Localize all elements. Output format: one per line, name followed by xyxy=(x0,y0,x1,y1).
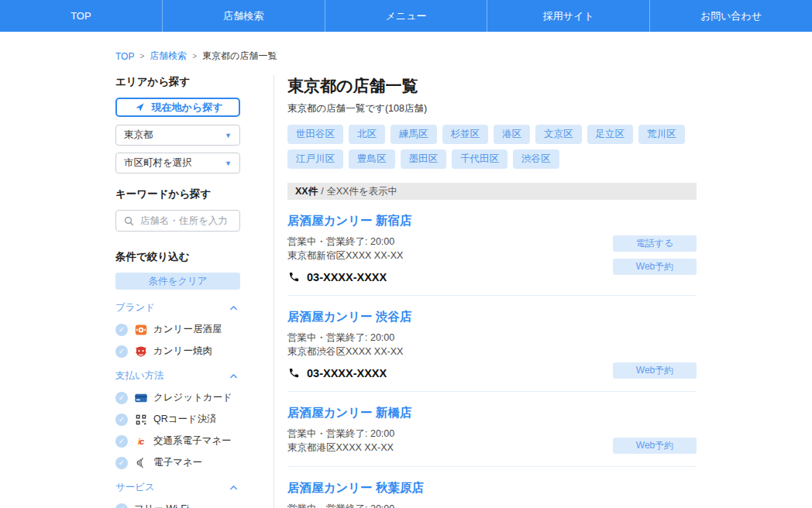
nav-item-menu[interactable]: メニュー xyxy=(325,0,488,32)
yakiniku-brand-icon xyxy=(134,345,147,358)
ward-tag-list: 世田谷区 北区 練馬区 杉並区 港区 文京区 足立区 荒川区 江戸川区 豊島区 … xyxy=(287,125,697,169)
ward-tag[interactable]: 文京区 xyxy=(535,125,582,144)
ward-tag[interactable]: 荒川区 xyxy=(638,125,685,144)
ward-tag[interactable]: 千代田区 xyxy=(452,149,508,169)
store-address: 東京都渋谷区XXXX XX-XX xyxy=(287,345,604,359)
filter-group-label: 支払い方法 xyxy=(115,369,164,383)
breadcrumb-top-link[interactable]: TOP xyxy=(115,51,134,62)
store-actions: 電話する Web予約 xyxy=(613,235,697,283)
keyword-search-input[interactable] xyxy=(140,215,233,226)
breadcrumb-separator: > xyxy=(139,52,144,60)
breadcrumb-current-page: 東京都の店舗一覧 xyxy=(202,50,277,63)
keyword-section-title: キーワードから探す xyxy=(115,187,240,201)
clear-filters-button[interactable]: 条件をクリア xyxy=(115,273,240,290)
nav-item-store-search[interactable]: 店舗検索 xyxy=(163,0,325,32)
search-icon xyxy=(122,215,136,228)
filter-option-label: クレジットカード xyxy=(153,391,232,404)
phone-icon xyxy=(287,366,301,379)
checkbox-checked[interactable]: ✓ xyxy=(115,503,128,508)
qr-code-icon xyxy=(134,413,147,426)
web-reserve-button[interactable]: Web予約 xyxy=(613,362,697,379)
filter-option-izakaya[interactable]: ✓ カンリー居酒屋 xyxy=(115,323,240,336)
checkbox-checked[interactable]: ✓ xyxy=(115,435,128,448)
chevron-up-icon xyxy=(227,301,240,314)
phone-icon xyxy=(287,270,301,283)
store-hours: 営業中・営業終了: 20:00 xyxy=(287,503,697,508)
store-address: 東京都新宿区XXXX XX-XX xyxy=(287,249,604,263)
filter-option-label: カンリー焼肉 xyxy=(153,345,212,358)
call-button[interactable]: 電話する xyxy=(613,235,697,252)
filter-group-services[interactable]: サービス xyxy=(115,481,240,494)
ward-tag[interactable]: 渋谷区 xyxy=(513,149,559,169)
ward-tag[interactable]: 港区 xyxy=(494,125,530,144)
ward-tag[interactable]: 杉並区 xyxy=(442,125,489,144)
page-title: 東京都の店舗一覧 xyxy=(287,75,697,97)
filter-option-free-wifi[interactable]: ✓ フリー Wi-Fi xyxy=(115,503,240,508)
filter-option-label: カンリー居酒屋 xyxy=(153,323,222,336)
result-count-total: / 全XX件を表示中 xyxy=(321,185,397,198)
store-phone: 03-XXXX-XXXX xyxy=(287,366,604,379)
breadcrumb-separator: > xyxy=(192,52,197,60)
store-hours: 営業中・営業終了: 20:00 xyxy=(287,235,604,249)
nav-item-recruit[interactable]: 採用サイト xyxy=(487,0,650,32)
store-hours: 営業中・営業終了: 20:00 xyxy=(287,331,604,345)
web-reserve-button[interactable]: Web予約 xyxy=(613,438,697,454)
transit-ic-icon: ic xyxy=(134,434,147,448)
ward-tag[interactable]: 江戸川区 xyxy=(287,149,343,169)
breadcrumb-store-search-link[interactable]: 店舗検索 xyxy=(150,50,187,63)
store-name-link[interactable]: 居酒屋カンリー 新宿店 xyxy=(287,213,411,229)
locate-me-button[interactable]: 現在地から探す xyxy=(115,98,240,117)
breadcrumb: TOP > 店舗検索 > 東京都の店舗一覧 xyxy=(115,50,697,63)
keyword-search-field xyxy=(115,210,240,232)
checkbox-checked[interactable]: ✓ xyxy=(115,457,128,469)
city-select-placeholder: 市区町村を選択 xyxy=(124,156,192,170)
checkbox-checked[interactable]: ✓ xyxy=(115,345,128,358)
store-phone: 03-XXXX-XXXX xyxy=(287,270,604,283)
store-list-main: 東京都の店舗一覧 東京都の店舗一覧です(108店舗) 世田谷区 北区 練馬区 杉… xyxy=(274,75,697,508)
top-navigation: TOP 店舗検索 メニュー 採用サイト お問い合わせ xyxy=(0,0,812,32)
result-count-bar: XX件 / 全XX件を表示中 xyxy=(287,183,697,200)
filter-option-label: フリー Wi-Fi xyxy=(134,503,189,508)
checkbox-checked[interactable]: ✓ xyxy=(115,324,128,336)
filter-group-payment[interactable]: 支払い方法 xyxy=(115,369,240,383)
store-card: 居酒屋カンリー 秋葉原店 営業中・営業終了: 20:00 東京都千代田区XXXX… xyxy=(287,467,697,508)
ward-tag[interactable]: 豊島区 xyxy=(349,149,395,169)
filter-group-brand[interactable]: ブランド xyxy=(115,301,240,314)
chevron-up-icon xyxy=(227,369,240,383)
store-address: 東京都港区XXXX XX-XX xyxy=(287,441,604,455)
navigation-arrow-icon xyxy=(133,101,146,114)
web-reserve-button[interactable]: Web予約 xyxy=(613,259,697,275)
filter-option-yakiniku[interactable]: ✓ カンリー焼肉 xyxy=(115,345,240,358)
store-actions: Web予約 xyxy=(613,427,697,455)
store-actions: Web予約 xyxy=(613,331,697,379)
store-name-link[interactable]: 居酒屋カンリー 渋谷店 xyxy=(287,309,411,325)
store-phone-number: 03-XXXX-XXXX xyxy=(307,271,387,283)
locate-me-label: 現在地から探す xyxy=(152,101,223,115)
checkbox-checked[interactable]: ✓ xyxy=(115,414,128,426)
result-count-shown: XX件 xyxy=(295,185,318,198)
city-select[interactable]: 市区町村を選択 ▼ xyxy=(115,153,240,173)
filter-option-credit-card[interactable]: ✓ クレジットカード xyxy=(115,391,240,404)
page-subtitle: 東京都の店舗一覧です(108店舗) xyxy=(287,102,697,115)
nav-item-contact[interactable]: お問い合わせ xyxy=(650,0,812,32)
ward-tag[interactable]: 北区 xyxy=(349,125,385,144)
filter-option-e-money[interactable]: ✓ 電子マネー xyxy=(115,456,240,469)
store-name-link[interactable]: 居酒屋カンリー 秋葉原店 xyxy=(287,480,424,496)
filter-option-transit-ic[interactable]: ✓ ic 交通系電子マネー xyxy=(115,434,240,448)
ward-tag[interactable]: 足立区 xyxy=(587,125,634,144)
filter-option-qr-pay[interactable]: ✓ QRコード決済 xyxy=(115,413,240,426)
ward-tag[interactable]: 墨田区 xyxy=(401,149,447,169)
nav-item-top[interactable]: TOP xyxy=(0,0,163,32)
filter-option-label: QRコード決済 xyxy=(153,413,217,426)
ward-tag[interactable]: 練馬区 xyxy=(391,125,437,144)
checkbox-checked[interactable]: ✓ xyxy=(115,392,128,404)
izakaya-brand-icon xyxy=(134,323,147,336)
area-section-title: エリアから探す xyxy=(115,75,240,89)
store-card: 居酒屋カンリー 渋谷店 営業中・営業終了: 20:00 東京都渋谷区XXXX X… xyxy=(287,296,697,392)
store-name-link[interactable]: 居酒屋カンリー 新橋店 xyxy=(287,405,411,421)
ward-tag[interactable]: 世田谷区 xyxy=(287,125,343,144)
filter-group-label: サービス xyxy=(115,481,155,494)
filter-option-label: 交通系電子マネー xyxy=(153,434,232,448)
filter-group-label: ブランド xyxy=(115,301,155,314)
prefecture-select[interactable]: 東京都 ▼ xyxy=(115,125,240,146)
